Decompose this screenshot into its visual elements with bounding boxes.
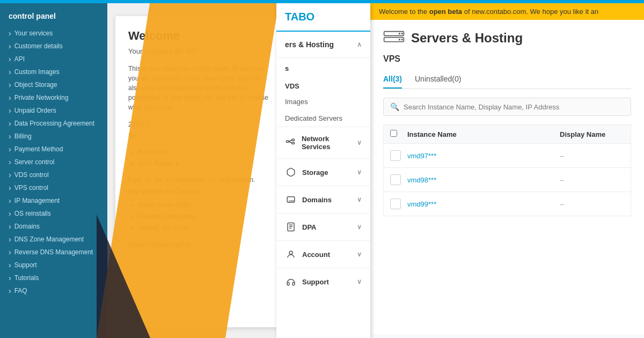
nav-item-images[interactable]: Images: [276, 93, 370, 110]
row-select-checkbox[interactable]: [390, 174, 401, 185]
sidebar-item-private-networking[interactable]: Private Networking: [0, 91, 107, 104]
row-display-name: --: [560, 176, 624, 184]
sidebar-item-domains[interactable]: Domains: [0, 220, 107, 233]
nav-section-s: s: [276, 58, 370, 76]
storage-icon: [285, 166, 297, 178]
dpa-icon: [285, 221, 297, 233]
sidebar-item-api[interactable]: API: [0, 53, 107, 65]
page-header: Servers & Hosting: [383, 31, 631, 46]
nav-item-support[interactable]: Support∨: [276, 268, 370, 295]
nav-item-label: DPA: [302, 223, 316, 231]
search-box[interactable]: 🔍: [383, 98, 631, 116]
network-icon: [285, 137, 296, 149]
beta-text-before: Welcome to the: [379, 8, 429, 16]
sidebar-item-vps-control[interactable]: VPS control: [0, 181, 107, 194]
sidebar-item-reverse-dns-management[interactable]: Reverse DNS Management: [0, 246, 107, 259]
row-instance-name[interactable]: vmd98***: [407, 176, 560, 184]
svg-point-13: [289, 251, 292, 254]
sidebar-item-custom-images[interactable]: Custom Images: [0, 65, 107, 78]
bullet-item: Kostenlos...: [138, 146, 269, 158]
top-bar: [0, 0, 644, 3]
svg-point-18: [401, 39, 403, 40]
nav-item-network-services[interactable]: Network Services∨: [276, 127, 370, 158]
svg-rect-4: [292, 142, 295, 144]
chevron-down-icon: ∨: [357, 223, 362, 231]
account-icon: [285, 248, 297, 260]
sidebar-item-tutorials[interactable]: Tutorials: [0, 271, 107, 284]
support-icon: [285, 276, 297, 288]
nav-item-domains[interactable]: .comDomains∨: [276, 186, 370, 213]
sidebar-item-dns-zone-management[interactable]: DNS Zone Management: [0, 233, 107, 246]
tabs-container: All(3) Uninstalled(0): [383, 70, 631, 89]
nav-item-label: Account: [302, 251, 330, 259]
sidebar-item-ip-management[interactable]: IP Management: [0, 194, 107, 207]
svg-rect-3: [292, 139, 295, 141]
vorteile-title: Ihre Vorteile mit Contabo:: [128, 188, 269, 195]
dieses-text: Dieses Angebot gilt n...: [128, 241, 269, 248]
select-all-checkbox[interactable]: [390, 130, 397, 137]
vorteile-item: Keine Setup-Gebü...: [138, 200, 269, 211]
search-input[interactable]: [404, 103, 624, 111]
logo-text: TABO: [285, 11, 314, 23]
nav-item-label: Domains: [302, 196, 332, 204]
sidebar-item-object-storage[interactable]: Object Storage: [0, 78, 107, 91]
sidebar-item-unpaid-orders[interactable]: Unpaid Orders: [0, 104, 107, 117]
nav-item-dpa[interactable]: DPA∨: [276, 213, 370, 240]
nav-item-dedicated-servers[interactable]: Dedicated Servers: [276, 110, 370, 127]
nav-header[interactable]: ers & Hosting ∧: [276, 32, 370, 58]
sidebar-item-faq[interactable]: FAQ: [0, 284, 107, 297]
nav-header-label: ers & Hosting: [285, 40, 334, 49]
nav-item-label: Storage: [302, 168, 328, 177]
sidebar-item-data-processing-agreement[interactable]: Data Processing Agreement: [0, 117, 107, 130]
svg-rect-14: [384, 32, 404, 36]
vorteile-item: Perfekt, um mit m...: [138, 223, 269, 234]
vorteile-item: Flexible Konfiguratio...: [138, 211, 269, 223]
tab-uninstalled[interactable]: Uninstalled(0): [415, 70, 461, 89]
section-label: VPS: [383, 54, 631, 64]
main-content: Welcome to the open beta of new.contabo.…: [370, 3, 644, 338]
svg-point-17: [399, 33, 400, 34]
ihre-text: Egal, ob Sie vorhandenes... zu strapazie…: [128, 176, 269, 183]
be-text: Be...: [128, 133, 269, 140]
customer-id: Your customer ID: 007: [128, 47, 269, 55]
table-row: vmd97***--: [383, 143, 631, 167]
row-select-checkbox[interactable]: [390, 199, 401, 209]
sidebar-item-billing[interactable]: Billing: [0, 130, 107, 143]
sidebar-item-vds-control[interactable]: VDS control: [0, 168, 107, 181]
sidebar-item-server-control[interactable]: Server control: [0, 156, 107, 168]
beta-bold: open beta: [429, 8, 462, 16]
domains-icon: .com: [285, 194, 297, 205]
svg-rect-15: [384, 38, 404, 42]
sidebar-item-os-reinstalls[interactable]: OS reinstalls: [0, 207, 107, 220]
svg-rect-2: [287, 141, 289, 142]
sidebar-item-support[interactable]: Support: [0, 259, 107, 271]
svg-point-19: [399, 39, 400, 40]
bullet-list: Kostenlos... 30 % Rabatt a...: [128, 146, 269, 170]
search-icon: 🔍: [390, 102, 399, 111]
row-instance-name[interactable]: vmd99***: [407, 200, 560, 208]
nav-panel: TABO ers & Hosting ∧ s VDS Images Dedica…: [276, 3, 370, 338]
svg-line-6: [289, 142, 292, 143]
server-icon: [383, 31, 405, 46]
svg-text:.com: .com: [288, 199, 295, 202]
header-checkbox[interactable]: [390, 129, 401, 139]
chevron-down-icon: ∨: [357, 139, 362, 146]
logo-area: TABO: [276, 3, 370, 32]
row-instance-name[interactable]: vmd97***: [407, 152, 560, 160]
vorteile-list: Keine Setup-Gebü... Flexible Konfigurati…: [128, 200, 269, 234]
sidebar-item-payment-method[interactable]: Payment Method: [0, 143, 107, 156]
row-display-name: --: [560, 200, 624, 208]
svg-point-16: [401, 33, 403, 34]
chevron-down-icon: ∨: [357, 168, 362, 176]
nav-item-storage[interactable]: Storage∨: [276, 158, 370, 186]
nav-item-account[interactable]: Account∨: [276, 240, 370, 268]
tab-all[interactable]: All(3): [383, 70, 402, 89]
chevron-down-icon: ∨: [357, 251, 362, 258]
chevron-down-icon: ∨: [357, 196, 362, 203]
nav-item-label: Network Services: [302, 135, 357, 151]
bullet-item: 30 % Rabatt a...: [138, 158, 269, 170]
sidebar-item-customer-details[interactable]: Customer details: [0, 40, 107, 53]
col-header-instance-name: Instance Name: [407, 130, 560, 138]
row-select-checkbox[interactable]: [390, 150, 401, 161]
sidebar-item-your-services[interactable]: Your services: [0, 27, 107, 40]
